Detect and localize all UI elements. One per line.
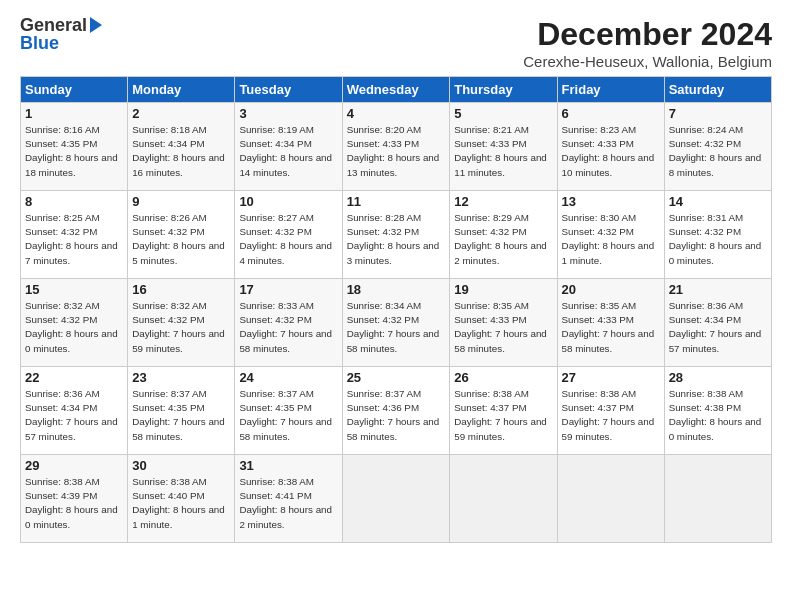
day-number: 16 bbox=[132, 282, 230, 297]
header-thursday: Thursday bbox=[450, 77, 557, 103]
day-number: 27 bbox=[562, 370, 660, 385]
table-row: 18 Sunrise: 8:34 AMSunset: 4:32 PMDaylig… bbox=[342, 279, 450, 367]
day-number: 8 bbox=[25, 194, 123, 209]
day-info: Sunrise: 8:30 AMSunset: 4:32 PMDaylight:… bbox=[562, 212, 655, 266]
day-number: 31 bbox=[239, 458, 337, 473]
calendar-title: December 2024 bbox=[523, 16, 772, 53]
page: General Blue December 2024 Cerexhe-Heuse… bbox=[0, 0, 792, 553]
day-info: Sunrise: 8:33 AMSunset: 4:32 PMDaylight:… bbox=[239, 300, 332, 354]
day-number: 24 bbox=[239, 370, 337, 385]
day-number: 20 bbox=[562, 282, 660, 297]
table-row: 6 Sunrise: 8:23 AMSunset: 4:33 PMDayligh… bbox=[557, 103, 664, 191]
table-row bbox=[557, 455, 664, 543]
table-row: 5 Sunrise: 8:21 AMSunset: 4:33 PMDayligh… bbox=[450, 103, 557, 191]
day-info: Sunrise: 8:37 AMSunset: 4:36 PMDaylight:… bbox=[347, 388, 440, 442]
logo: General Blue bbox=[20, 16, 102, 52]
table-row: 28 Sunrise: 8:38 AMSunset: 4:38 PMDaylig… bbox=[664, 367, 771, 455]
calendar-week-row: 8 Sunrise: 8:25 AMSunset: 4:32 PMDayligh… bbox=[21, 191, 772, 279]
table-row: 12 Sunrise: 8:29 AMSunset: 4:32 PMDaylig… bbox=[450, 191, 557, 279]
header-friday: Friday bbox=[557, 77, 664, 103]
table-row: 11 Sunrise: 8:28 AMSunset: 4:32 PMDaylig… bbox=[342, 191, 450, 279]
logo-general-text: General bbox=[20, 16, 87, 34]
table-row bbox=[664, 455, 771, 543]
day-info: Sunrise: 8:36 AMSunset: 4:34 PMDaylight:… bbox=[669, 300, 762, 354]
header: General Blue December 2024 Cerexhe-Heuse… bbox=[20, 16, 772, 70]
calendar-header-row: Sunday Monday Tuesday Wednesday Thursday… bbox=[21, 77, 772, 103]
table-row: 19 Sunrise: 8:35 AMSunset: 4:33 PMDaylig… bbox=[450, 279, 557, 367]
day-info: Sunrise: 8:34 AMSunset: 4:32 PMDaylight:… bbox=[347, 300, 440, 354]
logo-arrow-icon bbox=[90, 17, 102, 33]
table-row: 21 Sunrise: 8:36 AMSunset: 4:34 PMDaylig… bbox=[664, 279, 771, 367]
day-info: Sunrise: 8:38 AMSunset: 4:38 PMDaylight:… bbox=[669, 388, 762, 442]
header-tuesday: Tuesday bbox=[235, 77, 342, 103]
table-row: 24 Sunrise: 8:37 AMSunset: 4:35 PMDaylig… bbox=[235, 367, 342, 455]
day-number: 12 bbox=[454, 194, 552, 209]
table-row: 7 Sunrise: 8:24 AMSunset: 4:32 PMDayligh… bbox=[664, 103, 771, 191]
table-row: 31 Sunrise: 8:38 AMSunset: 4:41 PMDaylig… bbox=[235, 455, 342, 543]
table-row: 17 Sunrise: 8:33 AMSunset: 4:32 PMDaylig… bbox=[235, 279, 342, 367]
day-info: Sunrise: 8:26 AMSunset: 4:32 PMDaylight:… bbox=[132, 212, 225, 266]
table-row: 13 Sunrise: 8:30 AMSunset: 4:32 PMDaylig… bbox=[557, 191, 664, 279]
day-number: 10 bbox=[239, 194, 337, 209]
day-info: Sunrise: 8:28 AMSunset: 4:32 PMDaylight:… bbox=[347, 212, 440, 266]
day-info: Sunrise: 8:24 AMSunset: 4:32 PMDaylight:… bbox=[669, 124, 762, 178]
day-info: Sunrise: 8:20 AMSunset: 4:33 PMDaylight:… bbox=[347, 124, 440, 178]
table-row: 3 Sunrise: 8:19 AMSunset: 4:34 PMDayligh… bbox=[235, 103, 342, 191]
day-info: Sunrise: 8:32 AMSunset: 4:32 PMDaylight:… bbox=[25, 300, 118, 354]
day-info: Sunrise: 8:16 AMSunset: 4:35 PMDaylight:… bbox=[25, 124, 118, 178]
day-number: 18 bbox=[347, 282, 446, 297]
day-info: Sunrise: 8:19 AMSunset: 4:34 PMDaylight:… bbox=[239, 124, 332, 178]
day-number: 11 bbox=[347, 194, 446, 209]
day-number: 26 bbox=[454, 370, 552, 385]
day-info: Sunrise: 8:35 AMSunset: 4:33 PMDaylight:… bbox=[454, 300, 547, 354]
day-number: 17 bbox=[239, 282, 337, 297]
day-number: 5 bbox=[454, 106, 552, 121]
table-row: 9 Sunrise: 8:26 AMSunset: 4:32 PMDayligh… bbox=[128, 191, 235, 279]
table-row: 26 Sunrise: 8:38 AMSunset: 4:37 PMDaylig… bbox=[450, 367, 557, 455]
day-info: Sunrise: 8:37 AMSunset: 4:35 PMDaylight:… bbox=[239, 388, 332, 442]
day-info: Sunrise: 8:38 AMSunset: 4:39 PMDaylight:… bbox=[25, 476, 118, 530]
table-row: 10 Sunrise: 8:27 AMSunset: 4:32 PMDaylig… bbox=[235, 191, 342, 279]
day-info: Sunrise: 8:38 AMSunset: 4:41 PMDaylight:… bbox=[239, 476, 332, 530]
day-number: 29 bbox=[25, 458, 123, 473]
table-row: 22 Sunrise: 8:36 AMSunset: 4:34 PMDaylig… bbox=[21, 367, 128, 455]
table-row: 8 Sunrise: 8:25 AMSunset: 4:32 PMDayligh… bbox=[21, 191, 128, 279]
table-row bbox=[342, 455, 450, 543]
day-number: 23 bbox=[132, 370, 230, 385]
day-info: Sunrise: 8:29 AMSunset: 4:32 PMDaylight:… bbox=[454, 212, 547, 266]
day-number: 14 bbox=[669, 194, 767, 209]
day-info: Sunrise: 8:38 AMSunset: 4:37 PMDaylight:… bbox=[562, 388, 655, 442]
day-number: 9 bbox=[132, 194, 230, 209]
table-row: 25 Sunrise: 8:37 AMSunset: 4:36 PMDaylig… bbox=[342, 367, 450, 455]
day-number: 6 bbox=[562, 106, 660, 121]
calendar-week-row: 29 Sunrise: 8:38 AMSunset: 4:39 PMDaylig… bbox=[21, 455, 772, 543]
calendar-week-row: 1 Sunrise: 8:16 AMSunset: 4:35 PMDayligh… bbox=[21, 103, 772, 191]
day-number: 3 bbox=[239, 106, 337, 121]
table-row: 30 Sunrise: 8:38 AMSunset: 4:40 PMDaylig… bbox=[128, 455, 235, 543]
day-number: 2 bbox=[132, 106, 230, 121]
calendar-week-row: 22 Sunrise: 8:36 AMSunset: 4:34 PMDaylig… bbox=[21, 367, 772, 455]
day-info: Sunrise: 8:31 AMSunset: 4:32 PMDaylight:… bbox=[669, 212, 762, 266]
header-wednesday: Wednesday bbox=[342, 77, 450, 103]
day-number: 4 bbox=[347, 106, 446, 121]
day-number: 30 bbox=[132, 458, 230, 473]
calendar-table: Sunday Monday Tuesday Wednesday Thursday… bbox=[20, 76, 772, 543]
table-row: 23 Sunrise: 8:37 AMSunset: 4:35 PMDaylig… bbox=[128, 367, 235, 455]
calendar-subtitle: Cerexhe-Heuseux, Wallonia, Belgium bbox=[523, 53, 772, 70]
day-info: Sunrise: 8:38 AMSunset: 4:37 PMDaylight:… bbox=[454, 388, 547, 442]
header-sunday: Sunday bbox=[21, 77, 128, 103]
day-info: Sunrise: 8:35 AMSunset: 4:33 PMDaylight:… bbox=[562, 300, 655, 354]
day-info: Sunrise: 8:18 AMSunset: 4:34 PMDaylight:… bbox=[132, 124, 225, 178]
day-number: 1 bbox=[25, 106, 123, 121]
day-info: Sunrise: 8:37 AMSunset: 4:35 PMDaylight:… bbox=[132, 388, 225, 442]
title-block: December 2024 Cerexhe-Heuseux, Wallonia,… bbox=[523, 16, 772, 70]
day-info: Sunrise: 8:25 AMSunset: 4:32 PMDaylight:… bbox=[25, 212, 118, 266]
day-number: 25 bbox=[347, 370, 446, 385]
table-row: 14 Sunrise: 8:31 AMSunset: 4:32 PMDaylig… bbox=[664, 191, 771, 279]
table-row: 16 Sunrise: 8:32 AMSunset: 4:32 PMDaylig… bbox=[128, 279, 235, 367]
header-monday: Monday bbox=[128, 77, 235, 103]
day-number: 19 bbox=[454, 282, 552, 297]
table-row: 4 Sunrise: 8:20 AMSunset: 4:33 PMDayligh… bbox=[342, 103, 450, 191]
table-row: 27 Sunrise: 8:38 AMSunset: 4:37 PMDaylig… bbox=[557, 367, 664, 455]
table-row: 1 Sunrise: 8:16 AMSunset: 4:35 PMDayligh… bbox=[21, 103, 128, 191]
